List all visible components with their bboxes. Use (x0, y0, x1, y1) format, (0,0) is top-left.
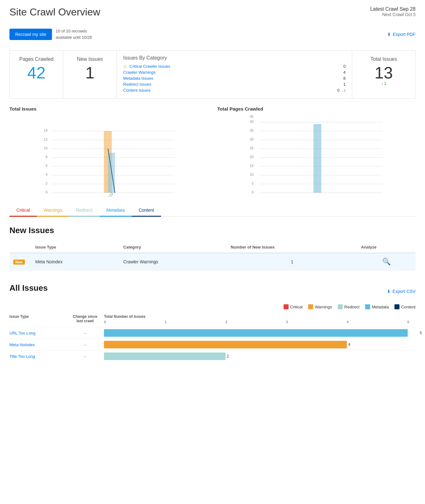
charts-row: Total Issues 0 2 4 6 8 10 12 14 (9, 106, 416, 197)
recrawl-available: available until 10/28 (56, 34, 92, 41)
total-pages-chart: Total Pages Crawled 0 5 10 15 20 25 30 3… (217, 106, 416, 197)
total-issues-chart-title: Total Issues (9, 106, 208, 112)
bar-wrapper-title-too-long: 2 (104, 352, 416, 360)
page-title: Site Crawl Overview (9, 6, 100, 18)
category-count: 1 (339, 82, 346, 87)
recrawl-button[interactable]: Recrawl my site (9, 29, 52, 40)
category-count: 0 (339, 64, 346, 69)
col-new-count: Number of New Issues (227, 242, 357, 253)
download-csv-icon: ⬇ (387, 289, 391, 294)
legend-content: Content (394, 304, 416, 309)
bar-header-total-label: Total Number of Issues (104, 314, 416, 319)
legend-warnings-dot (308, 304, 313, 309)
bar-value-url-too-long: 5 (420, 331, 422, 335)
analyze-cell: 🔍 (357, 253, 416, 271)
issue-name-title-too-long[interactable]: Title Too Long (9, 354, 66, 359)
bar-row-title-too-long: Title Too Long -- 2 (9, 350, 416, 362)
category-count: 0 (333, 88, 339, 93)
category-row: ⚠Critical Crawler Issues0 (123, 64, 346, 69)
pages-crawled-value: 42 (16, 65, 57, 81)
new-issues-section: New Issues Issue Type Category Number of… (9, 226, 416, 271)
total-pages-chart-area: 0 5 10 15 20 25 30 35 40 45 (217, 115, 416, 197)
category-row: Metadata Issues8 (123, 76, 346, 81)
page-header: Site Crawl Overview Latest Crawl Sep 28 … (9, 6, 416, 18)
export-csv-button[interactable]: ⬇ Export CSV (387, 289, 416, 294)
legend-metadata: Metadata (365, 304, 389, 309)
legend-row: Critical Warnings Redirect Metadata Cont… (9, 304, 416, 309)
bar-value-title-too-long: 2 (227, 354, 229, 358)
svg-text:35: 35 (250, 129, 253, 132)
download-icon: ⬇ (387, 32, 391, 37)
bar-change-meta-noindex: -- (66, 342, 104, 347)
next-crawl-label: Next Crawl Oct 5 (370, 12, 416, 17)
analyze-search-icon[interactable]: 🔍 (382, 258, 391, 266)
category-count: 4 (339, 70, 346, 75)
legend-redirect: Redirect (338, 304, 359, 309)
tab-content[interactable]: Content (132, 204, 161, 217)
bar-chart-header: Issue Type Change sincelast crawl Total … (9, 314, 416, 325)
tab-warnings[interactable]: Warnings (37, 204, 69, 217)
legend-content-label: Content (401, 305, 416, 309)
svg-text:30: 30 (250, 137, 253, 141)
bar-change-url-too-long: -- (66, 331, 104, 335)
category-count: 8 (339, 76, 346, 81)
category-link[interactable]: Redirect Issues (123, 82, 337, 87)
category-row: Crawler Warnings4 (123, 70, 346, 75)
svg-text:40: 40 (250, 120, 253, 123)
bar-change-title-too-long: -- (66, 354, 104, 359)
svg-text:25: 25 (250, 146, 253, 150)
toolbar-left: Recrawl my site 10 of 10 recrawls availa… (9, 28, 92, 40)
legend-critical: Critical (284, 304, 303, 309)
bar-row-url-too-long: URL Too Long -- 5 (9, 327, 416, 339)
all-issues-section: All Issues ⬇ Export CSV Critical Warning… (9, 283, 416, 362)
pages-crawled-card: Pages Crawled 42 (10, 51, 63, 98)
total-pages-chart-title: Total Pages Crawled (217, 106, 416, 112)
issue-name-url-too-long[interactable]: URL Too Long (9, 331, 66, 335)
category-cell: Crawler Warnings (119, 253, 227, 271)
total-issues-value: 13 (359, 65, 409, 81)
total-issues-chart: Total Issues 0 2 4 6 8 10 12 14 (9, 106, 208, 197)
tab-metadata[interactable]: Metadata (100, 204, 132, 217)
categories-list: ⚠Critical Crawler Issues0Crawler Warning… (123, 64, 346, 93)
issue-name-meta-noindex[interactable]: Meta Noindex (9, 342, 66, 347)
legend-warnings: Warnings (308, 304, 332, 309)
svg-text:20: 20 (250, 155, 253, 159)
bar-fill-url-too-long (104, 329, 408, 337)
recrawl-count: 10 of 10 recrawls (56, 28, 92, 34)
tab-redirect[interactable]: Redirect (69, 204, 99, 217)
category-link[interactable]: Crawler Warnings (123, 70, 337, 75)
svg-text:10: 10 (44, 146, 48, 150)
warning-icon: ⚠ (123, 64, 127, 69)
stats-row: Pages Crawled 42 New Issues 1 Issues By … (9, 50, 416, 99)
category-link[interactable]: Critical Crawler Issues (129, 64, 337, 69)
bar-row-meta-noindex: Meta Noindex -- 4 (9, 339, 416, 350)
bar-chart-table: Issue Type Change sincelast crawl Total … (9, 314, 416, 362)
svg-text:6: 6 (46, 164, 48, 168)
tabs-row: Critical Warnings Redirect Metadata Cont… (9, 204, 416, 217)
export-pdf-button[interactable]: ⬇ Export PDF (387, 32, 416, 37)
category-link[interactable]: Metadata Issues (123, 76, 337, 81)
total-pages-svg: 0 5 10 15 20 25 30 35 40 45 (217, 115, 416, 197)
total-issues-change: ↓ 1 (359, 81, 409, 86)
category-row: Redirect Issues1 (123, 82, 346, 87)
total-issues-svg: 0 2 4 6 8 10 12 14 (9, 115, 208, 197)
legend-redirect-dot (338, 304, 343, 309)
issues-by-category-label: Issues By Category (123, 55, 346, 61)
svg-text:14: 14 (44, 129, 48, 132)
category-link[interactable]: Content Issues (123, 88, 330, 93)
col-analyze: Analyze (357, 242, 416, 253)
svg-text:5: 5 (251, 181, 253, 185)
bar-header-total: Total Number of Issues 0 1 2 3 4 5 (104, 314, 416, 325)
svg-text:8: 8 (46, 155, 48, 159)
tab-critical[interactable]: Critical (9, 204, 37, 217)
svg-text:10: 10 (250, 173, 253, 176)
total-issues-label: Total Issues (359, 56, 409, 62)
new-issues-value: 1 (70, 65, 110, 81)
new-issues-table: Issue Type Category Number of New Issues… (9, 242, 416, 271)
toolbar: Recrawl my site 10 of 10 recrawls availa… (9, 24, 416, 44)
export-pdf-label: Export PDF (393, 32, 416, 37)
svg-text:4: 4 (46, 173, 48, 176)
legend-warnings-label: Warnings (315, 305, 332, 309)
category-change: ↓1 (342, 89, 346, 92)
bar-header-change: Change sincelast crawl (66, 314, 104, 325)
